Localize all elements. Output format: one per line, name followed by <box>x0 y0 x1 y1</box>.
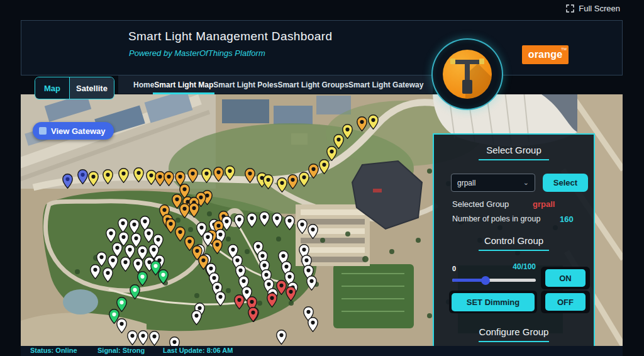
map-pin-red[interactable] <box>267 292 277 308</box>
map-pin-yellow[interactable] <box>103 169 113 184</box>
group-dropdown[interactable]: grpall ⌄ <box>451 174 535 192</box>
slider-thumb[interactable] <box>481 276 490 285</box>
map-pin-orange[interactable] <box>187 168 198 183</box>
map-pin-white[interactable] <box>215 291 226 306</box>
off-button-well: OFF <box>541 291 590 313</box>
map-pin-white[interactable] <box>103 267 113 282</box>
map-pin-yellow[interactable] <box>277 177 287 192</box>
map-pin-white[interactable] <box>272 213 282 228</box>
toggle-map[interactable]: Map <box>35 77 70 99</box>
fullscreen-icon <box>566 4 574 13</box>
select-group-underline <box>479 159 549 160</box>
selected-group-value: grpall <box>533 199 555 209</box>
map-pin-orange[interactable] <box>308 164 319 179</box>
nav-item-smart-light-gateway[interactable]: Smart Light Gateway <box>348 78 423 92</box>
selected-group-label: Selected Group <box>452 199 509 209</box>
map-type-toggle: Map Satellite <box>35 77 114 99</box>
map-pin-white[interactable] <box>127 330 138 345</box>
map-pin-yellow[interactable] <box>133 167 144 182</box>
map-pin-orange[interactable] <box>212 239 223 254</box>
control-group-title: Control Group <box>434 235 594 246</box>
map-pin-white[interactable] <box>129 219 140 234</box>
map-pin-yellow[interactable] <box>201 168 212 183</box>
map-pin-yellow[interactable] <box>118 168 129 183</box>
gateway-icon <box>39 127 47 135</box>
map-pin-yellow[interactable] <box>368 114 379 130</box>
map-pin-white[interactable] <box>276 330 287 345</box>
control-group-underline <box>479 250 549 251</box>
configure-group-title: Configure Group <box>434 326 594 337</box>
map-pin-red[interactable] <box>248 307 258 322</box>
orange-brand-text: orange <box>528 49 563 60</box>
map-pin-orange[interactable] <box>357 116 367 131</box>
map-pin-white[interactable] <box>259 211 270 226</box>
map-pin-white[interactable] <box>169 337 180 346</box>
map-pin-white[interactable] <box>284 215 295 230</box>
map-pin-orange[interactable] <box>287 174 298 189</box>
configure-group-underline <box>479 341 549 342</box>
slider-min-label: 0 <box>452 265 456 272</box>
map-pin-yellow[interactable] <box>225 165 235 181</box>
view-gateway-button[interactable]: View Gateway <box>33 122 114 140</box>
status-bar: Status: Online Signal: Strong Last Updat… <box>21 346 623 356</box>
map-pin-yellow[interactable] <box>88 171 99 186</box>
map-pin-orange[interactable] <box>213 167 224 182</box>
map-pin-white[interactable] <box>118 218 128 233</box>
map-pin-blue[interactable] <box>62 174 73 189</box>
map-pin-red[interactable] <box>286 286 296 301</box>
map-pin-red[interactable] <box>234 294 245 309</box>
map-pin-white[interactable] <box>247 213 257 228</box>
map-pin-green[interactable] <box>158 269 169 284</box>
set-dimming-button[interactable]: SET Dimming <box>452 293 535 311</box>
map-pin-orange[interactable] <box>179 203 190 218</box>
map-pin-white[interactable] <box>120 257 131 272</box>
page-subtitle: Powered by MasterOfThings Platform <box>129 48 265 58</box>
view-gateway-label: View Gateway <box>51 126 105 136</box>
status-online: Status: Online <box>30 347 77 354</box>
page-title: Smart Light Management Dashboard <box>128 30 332 43</box>
map-pin-white[interactable] <box>149 331 160 346</box>
select-group-title: Select Group <box>434 145 594 155</box>
on-button-well: ON <box>541 267 590 289</box>
dimming-slider[interactable] <box>452 279 536 282</box>
nav-item-home[interactable]: Home <box>133 78 154 92</box>
map-pin-yellow[interactable] <box>263 174 274 189</box>
on-button[interactable]: ON <box>545 269 586 287</box>
map-pin-blue[interactable] <box>77 169 88 184</box>
map-pin-white[interactable] <box>308 317 318 332</box>
orange-brand-logo: orange TM <box>522 45 569 64</box>
map-pin-white[interactable] <box>106 228 116 243</box>
nav-item-smart-light-groups[interactable]: Smart Light Groups <box>277 78 348 92</box>
fullscreen-button[interactable]: Full Screen <box>566 4 620 13</box>
nav-item-smart-light-map[interactable]: Smart Light Map <box>154 78 213 92</box>
map-pin-white[interactable] <box>138 330 148 345</box>
map-pin-white[interactable] <box>234 214 245 229</box>
map-pin-orange[interactable] <box>245 168 255 183</box>
toggle-satellite[interactable]: Satellite <box>70 77 114 99</box>
set-dimming-well: SET Dimming <box>449 291 537 313</box>
map-pin-white[interactable] <box>306 275 317 291</box>
map-pin-white[interactable] <box>297 219 308 234</box>
off-button[interactable]: OFF <box>545 293 586 311</box>
poles-count-label: Number of poles in group <box>452 214 540 223</box>
status-last-update: Last Update: 8:06 AM <box>163 347 233 354</box>
map-pin-white[interactable] <box>308 224 318 239</box>
slider-value-label: 40/100 <box>513 262 536 271</box>
map-pin-white[interactable] <box>116 318 127 333</box>
fullscreen-label: Full Screen <box>579 4 620 13</box>
map-pin-orange[interactable] <box>189 203 199 218</box>
nav-item-smart-light-poles[interactable]: Smart Light Poles <box>213 78 277 92</box>
map-pin-yellow[interactable] <box>319 159 330 174</box>
app-logo <box>431 38 503 110</box>
poles-count-value: 160 <box>560 214 574 224</box>
map-pin-yellow[interactable] <box>299 172 309 187</box>
map-pin-white[interactable] <box>90 264 101 279</box>
streetlight-logo-icon <box>443 50 492 99</box>
select-group-button[interactable]: Select <box>543 174 588 192</box>
map-pin-green[interactable] <box>130 284 140 299</box>
group-control-panel: Select Group grpall ⌄ Select Selected Gr… <box>433 133 595 356</box>
status-signal: Signal: Strong <box>97 347 145 354</box>
map-pin-white[interactable] <box>191 310 202 325</box>
map-pin-orange[interactable] <box>164 171 174 186</box>
main-nav: HomeSmart Light MapSmart Light PolesSmar… <box>118 75 433 94</box>
